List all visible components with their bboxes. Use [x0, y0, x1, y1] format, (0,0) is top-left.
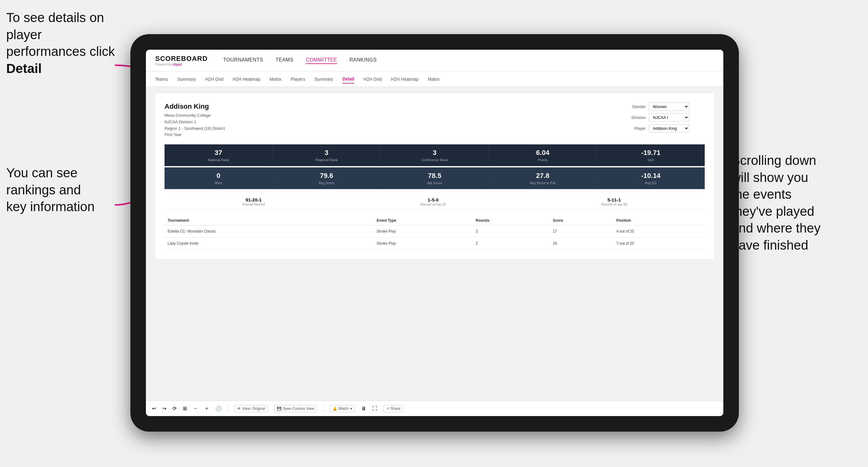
stat-cell-adj-score: 78.5Adj Score: [381, 167, 489, 189]
nav-teams[interactable]: TEAMS: [276, 57, 294, 64]
table-cell-position: 4 out of 20: [613, 225, 705, 238]
nav-committee[interactable]: COMMITTEE: [306, 57, 337, 64]
toolbar-refresh-icon[interactable]: ⟳: [173, 406, 177, 411]
table-cell-score: 17: [550, 225, 614, 238]
player-label: Player: [627, 126, 646, 131]
top-nav-links: TOURNAMENTS TEAMS COMMITTEE RANKINGS: [223, 57, 714, 64]
tab-players[interactable]: Players: [290, 75, 305, 83]
content-inner: Addison King Mesa Community College NJCA…: [155, 93, 714, 259]
col-header-score: Score: [550, 216, 614, 225]
logo-scoreboard: SCOREBOARD: [155, 55, 208, 63]
app-container: SCOREBOARD Powered by clippd TOURNAMENTS…: [146, 50, 723, 416]
tablet-device: SCOREBOARD Powered by clippd TOURNAMENTS…: [130, 34, 739, 432]
share-icon: ↗: [386, 406, 389, 411]
tab-h2h-grid2[interactable]: H2H Grid: [364, 75, 381, 83]
table-header-row: TournamentEvent TypeRoundsScorePosition: [164, 216, 705, 225]
logo-area: SCOREBOARD Powered by clippd: [155, 55, 208, 66]
stat-cell-avg-score: 79.6Avg Score: [273, 167, 381, 189]
tab-matrix[interactable]: Matrix: [270, 75, 281, 83]
stats-row-1: 37National Rank3Regional Rank3Conference…: [164, 145, 705, 166]
stat-cell-avg-score-to-par: 27.8Avg Score to Par: [489, 167, 597, 189]
tab-teams[interactable]: Teams: [155, 75, 168, 83]
tablet-screen: SCOREBOARD Powered by clippd TOURNAMENTS…: [146, 50, 723, 416]
bottom-toolbar: ↩ ↪ ⟳ ⊞ － ＋ 🕐 👁 View: Original 💾 Save Cu…: [146, 401, 723, 416]
col-header-position: Position: [613, 216, 705, 225]
table-cell-score: 16: [550, 238, 614, 250]
toolbar-expand-icon[interactable]: ⛶: [372, 406, 377, 411]
division-label: Division: [627, 115, 646, 120]
record-item: 91-20-1Overall Record: [242, 197, 265, 206]
table-cell-position: 7 out of 20: [613, 238, 705, 250]
view-original-button[interactable]: 👁 View: Original: [235, 405, 268, 412]
stat-cell-avg-sg: -10.14Avg SG: [597, 167, 705, 189]
tab-summary[interactable]: Summary: [177, 75, 196, 83]
gender-selector-row: Gender Women: [627, 102, 705, 111]
table-cell-event-type: Stroke Play: [373, 225, 472, 238]
nav-rankings[interactable]: RANKINGS: [349, 57, 377, 64]
toolbar-minus-icon[interactable]: －: [193, 405, 198, 412]
player-school: Mesa Community College: [164, 113, 225, 119]
col-header-tournament: Tournament: [164, 216, 373, 225]
division-selector-row: Division NJCAA I: [627, 113, 705, 122]
player-selectors: Gender Women Division NJCAA I: [627, 102, 705, 132]
nav-tournaments[interactable]: TOURNAMENTS: [223, 57, 263, 64]
save-custom-button[interactable]: 💾 Save Custom View: [274, 405, 317, 412]
table-cell-tournament: Lady Coyote Invite: [164, 238, 373, 250]
player-info: Addison King Mesa Community College NJCA…: [164, 102, 225, 138]
division-select[interactable]: NJCAA I: [649, 113, 689, 122]
record-item: 1-5-0Record vs top 25: [420, 197, 446, 206]
stats-row-2: 0Wins79.6Avg Score78.5Adj Score27.8Avg S…: [164, 167, 705, 189]
toolbar-grid-icon[interactable]: ⊞: [183, 406, 187, 411]
table-row[interactable]: Estella CC- Mountain ClassicStroke Play2…: [164, 225, 705, 238]
table-cell-event-type: Stroke Play: [373, 238, 472, 250]
watch-icon: 🔔: [333, 406, 337, 411]
tab-h2h-heatmap2[interactable]: H2H Heatmap: [391, 75, 418, 83]
player-region: Region 1 - Southwest (18) District: [164, 125, 225, 132]
stat-cell-national-rank: 37National Rank: [164, 145, 273, 166]
player-header: Addison King Mesa Community College NJCA…: [164, 102, 705, 138]
annotation-right: Scrolling down will show you the events …: [732, 152, 862, 254]
tab-matrix2[interactable]: Matrix: [428, 75, 440, 83]
tab-detail[interactable]: Detail: [342, 75, 354, 84]
col-header-event-type: Event Type: [373, 216, 472, 225]
toolbar-monitor-icon[interactable]: 🖥: [361, 406, 366, 411]
records-row: 91-20-1Overall Record1-5-0Record vs top …: [164, 194, 705, 210]
table-cell-rounds: 2: [472, 225, 550, 238]
toolbar-sep2: [323, 405, 323, 412]
content-area[interactable]: Addison King Mesa Community College NJCA…: [146, 87, 723, 401]
toolbar-plus-icon[interactable]: ＋: [204, 405, 209, 412]
sub-nav: Teams Summary H2H Grid H2H Heatmap Matri…: [146, 71, 723, 87]
logo-powered: Powered by clippd: [155, 63, 208, 66]
gender-select[interactable]: Women: [649, 102, 689, 111]
top-nav: SCOREBOARD Powered by clippd TOURNAMENTS…: [146, 50, 723, 71]
stat-cell-conference-rank: 3Conference Rank: [381, 145, 489, 166]
player-division: NJCAA Division 1: [164, 119, 225, 125]
col-header-rounds: Rounds: [472, 216, 550, 225]
view-icon: 👁: [237, 406, 241, 411]
stat-cell-wins: 0Wins: [164, 167, 273, 189]
toolbar-redo-icon[interactable]: ↪: [162, 406, 166, 411]
stat-cell-regional-rank: 3Regional Rank: [273, 145, 381, 166]
toolbar-sep1: [228, 405, 228, 412]
watch-button[interactable]: 🔔 Watch ▾: [330, 405, 355, 412]
tab-h2h-heatmap[interactable]: H2H Heatmap: [233, 75, 260, 83]
toolbar-undo-icon[interactable]: ↩: [152, 406, 156, 411]
toolbar-clock-icon[interactable]: 🕐: [215, 406, 222, 411]
record-item: 5-11-1Record vs top 50: [601, 197, 627, 206]
stat-cell-sos: -19.71SoS: [597, 145, 705, 166]
player-year: First Year: [164, 132, 225, 138]
player-name: Addison King: [164, 102, 225, 111]
tab-h2h-grid[interactable]: H2H Grid: [205, 75, 223, 83]
annotation-top-left: To see details on player performances cl…: [6, 9, 124, 77]
player-select[interactable]: Addison King: [649, 124, 689, 132]
player-selector-row: Player Addison King: [627, 124, 705, 132]
tournaments-table: TournamentEvent TypeRoundsScorePosition …: [164, 216, 705, 250]
stat-cell-points: 6.04Points: [489, 145, 597, 166]
gender-label: Gender: [627, 104, 646, 109]
table-cell-tournament: Estella CC- Mountain Classic: [164, 225, 373, 238]
share-button[interactable]: ↗ Share: [383, 405, 403, 412]
annotation-bottom-left: You can see rankings and key information: [6, 164, 124, 216]
table-row[interactable]: Lady Coyote InviteStroke Play2167 out of…: [164, 238, 705, 250]
table-cell-rounds: 2: [472, 238, 550, 250]
tab-summary2[interactable]: Summary: [314, 75, 333, 83]
